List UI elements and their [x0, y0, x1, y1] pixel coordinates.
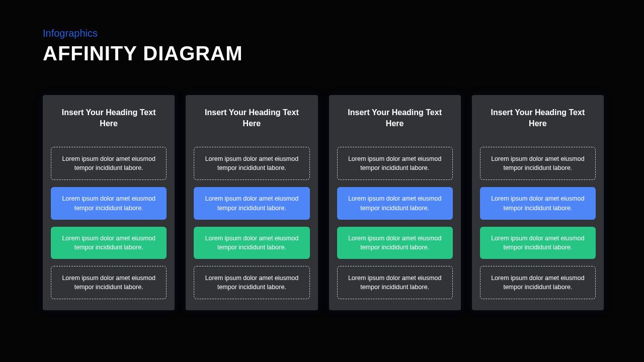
- affinity-card: Lorem ipsum dolor amet eiusmod tempor in…: [194, 187, 309, 219]
- affinity-column: Insert Your Heading Text Here Lorem ipsu…: [472, 95, 604, 310]
- affinity-card: Lorem ipsum dolor amet eiusmod tempor in…: [194, 227, 309, 259]
- affinity-card: Lorem ipsum dolor amet eiusmod tempor in…: [480, 187, 596, 219]
- affinity-column: Insert Your Heading Text Here Lorem ipsu…: [186, 95, 317, 310]
- column-heading: Insert Your Heading Text Here: [480, 107, 596, 129]
- affinity-card: Lorem ipsum dolor amet eiusmod tempor in…: [480, 227, 596, 259]
- affinity-column: Insert Your Heading Text Here Lorem ipsu…: [329, 95, 461, 310]
- affinity-card: Lorem ipsum dolor amet eiusmod tempor in…: [51, 227, 167, 259]
- affinity-card: Lorem ipsum dolor amet eiusmod tempor in…: [337, 187, 453, 219]
- slide-title: AFFINITY DIAGRAM: [43, 42, 604, 65]
- affinity-card: Lorem ipsum dolor amet eiusmod tempor in…: [337, 266, 453, 299]
- column-heading: Insert Your Heading Text Here: [337, 107, 453, 129]
- column-heading: Insert Your Heading Text Here: [51, 107, 167, 129]
- affinity-card: Lorem ipsum dolor amet eiusmod tempor in…: [51, 266, 167, 299]
- affinity-card: Lorem ipsum dolor amet eiusmod tempor in…: [480, 266, 596, 299]
- affinity-card: Lorem ipsum dolor amet eiusmod tempor in…: [337, 147, 453, 180]
- affinity-card: Lorem ipsum dolor amet eiusmod tempor in…: [480, 147, 596, 180]
- affinity-column: Insert Your Heading Text Here Lorem ipsu…: [43, 95, 175, 310]
- affinity-card: Lorem ipsum dolor amet eiusmod tempor in…: [51, 147, 167, 180]
- slide-eyebrow: Infographics: [43, 28, 604, 39]
- affinity-card: Lorem ipsum dolor amet eiusmod tempor in…: [194, 266, 309, 299]
- affinity-card: Lorem ipsum dolor amet eiusmod tempor in…: [51, 187, 167, 219]
- affinity-columns: Insert Your Heading Text Here Lorem ipsu…: [43, 95, 604, 310]
- column-heading: Insert Your Heading Text Here: [194, 107, 309, 129]
- slide: Infographics AFFINITY DIAGRAM Insert You…: [0, 0, 644, 362]
- affinity-card: Lorem ipsum dolor amet eiusmod tempor in…: [194, 147, 309, 180]
- affinity-card: Lorem ipsum dolor amet eiusmod tempor in…: [337, 227, 453, 259]
